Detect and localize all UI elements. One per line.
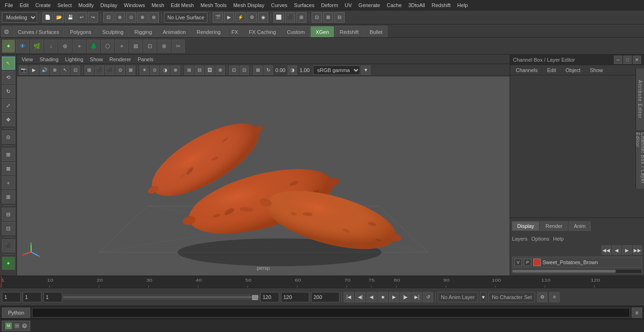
vp-select-btn[interactable]: ↖	[60, 65, 70, 75]
select-btn[interactable]: ⊡	[103, 12, 114, 23]
tab-curves-surfaces[interactable]: Curves / Surfaces	[13, 26, 64, 37]
panel-close-btn[interactable]: ✕	[633, 56, 641, 64]
vp-menu-renderer[interactable]: Renderer	[107, 56, 134, 63]
render-btn[interactable]: ▶	[224, 12, 234, 23]
live-surface-btn[interactable]: No Live Surface	[164, 12, 207, 23]
tab-object[interactable]: Object	[561, 66, 584, 74]
pb-goto-end-btn[interactable]: ▶|	[412, 292, 422, 302]
snap-grid-btn[interactable]: ⊞	[2, 148, 15, 161]
shelf-icon-xgen13[interactable]: ✂	[172, 40, 185, 53]
menu-uv[interactable]: UV	[342, 1, 355, 9]
xgen-guide-btn[interactable]: ✦	[2, 257, 15, 270]
vp-smooth-btn[interactable]: ⬛	[95, 65, 104, 75]
snap-btn1[interactable]: ⊕	[137, 12, 148, 23]
snap-curve-btn[interactable]: ⊠	[2, 162, 15, 175]
transform-tool-btn[interactable]: ✥	[2, 113, 15, 126]
pb-play-back-btn[interactable]: ◀	[366, 292, 377, 302]
task-window-maya[interactable]: M ─ ✕	[2, 321, 30, 331]
shelf-icon-xgen8[interactable]: ⬡	[101, 40, 114, 53]
vp-menu-show[interactable]: Show	[87, 56, 106, 63]
extra-btn1[interactable]: ⊡	[312, 12, 322, 23]
menu-windows[interactable]: Windows	[121, 1, 148, 9]
pb-goto-start-btn[interactable]: |◀	[344, 292, 354, 302]
layout-btn2[interactable]: ⬛	[285, 12, 295, 23]
layer-visibility-btn[interactable]: V	[514, 259, 522, 266]
range-slider-thumb[interactable]	[252, 295, 258, 300]
panel-max-btn[interactable]: □	[623, 56, 632, 64]
shelf-icon-xgen9[interactable]: ⌖	[115, 40, 128, 53]
layer-back-btn[interactable]: ◀	[612, 245, 621, 255]
select-tool-btn[interactable]: ↖	[2, 57, 15, 70]
shelf-icon-xgen5[interactable]: ⊕	[58, 40, 72, 53]
menu-mesh-display[interactable]: Mesh Display	[231, 1, 267, 9]
vp-cam-btn[interactable]: 📷	[19, 65, 28, 75]
menu-mesh-tools[interactable]: Mesh Tools	[198, 1, 229, 9]
vp-lighting1[interactable]: ☀	[140, 65, 149, 75]
layer-prev-btn[interactable]: ◀◀	[602, 245, 611, 255]
menu-3dtotoall[interactable]: 3DtoAll	[405, 1, 428, 9]
attribute-editor-tab[interactable]: Attribute Editor	[636, 69, 644, 130]
lasso-btn[interactable]: ⊗	[115, 12, 125, 23]
layer-fwd-btn[interactable]: ▶	[622, 245, 632, 255]
render-settings-btn[interactable]: 🎬	[213, 12, 223, 23]
menu-deform[interactable]: Deform	[318, 1, 341, 9]
shelf-icon-xgen10[interactable]: ⊠	[129, 40, 142, 53]
render-region-btn[interactable]: ⬛	[2, 239, 15, 252]
tab-sculpting[interactable]: Sculpting	[97, 26, 129, 37]
menu-cache[interactable]: Cache	[384, 1, 405, 9]
pb-step-back-btn[interactable]: ◀|	[355, 292, 365, 302]
tab-display[interactable]: Display	[512, 221, 539, 231]
help-menu[interactable]: Help	[553, 236, 564, 242]
pb-play-fwd-btn[interactable]: ▶	[389, 292, 399, 302]
char-set-extra-btn[interactable]: ≡	[549, 292, 560, 302]
tab-edit[interactable]: Edit	[543, 66, 560, 74]
menu-file[interactable]: File	[2, 1, 16, 9]
channel-box-tab[interactable]: Channel Box / Layer Editor	[636, 132, 644, 189]
pb-step-fwd-btn[interactable]: |▶	[400, 292, 411, 302]
vp-lighting2[interactable]: ⊙	[150, 65, 159, 75]
pb-loop-btn[interactable]: ↺	[423, 292, 433, 302]
vp-xray-btn[interactable]: ⊙	[116, 65, 125, 75]
tab-render[interactable]: Render	[540, 221, 568, 231]
command-line[interactable]	[32, 308, 630, 317]
viewport[interactable]: x y z persp	[17, 76, 510, 275]
menu-edit[interactable]: Edit	[17, 1, 32, 9]
modeling-dropdown[interactable]: Modeling	[2, 12, 37, 23]
tab-channels[interactable]: Channels	[512, 66, 541, 74]
history-btn[interactable]: ⊟	[2, 208, 15, 221]
anim-layer-arrow[interactable]: ▼	[480, 292, 487, 302]
vp-menu-panels[interactable]: Panels	[135, 56, 157, 63]
menu-generate[interactable]: Generate	[355, 1, 383, 9]
vp-playback-btn[interactable]: ▶	[29, 65, 39, 75]
rs-btn[interactable]: ⚙	[247, 12, 257, 23]
menu-curves[interactable]: Curves	[268, 1, 290, 9]
gamma-dropdown[interactable]: sRGB gamma	[313, 65, 360, 75]
tab-rendering[interactable]: Rendering	[191, 26, 226, 37]
task-win-close-btn[interactable]: ✕	[22, 324, 27, 328]
vp-image-plane-btn[interactable]: 🖼	[205, 65, 215, 75]
ipr-btn[interactable]: ⚡	[235, 12, 246, 23]
vp-hud-btn[interactable]: ⊟	[195, 65, 204, 75]
menu-modify[interactable]: Modify	[75, 1, 96, 9]
playback-end-input[interactable]	[281, 292, 309, 302]
soft-select-btn[interactable]: ⊙	[2, 130, 15, 144]
layers-menu[interactable]: Layers	[512, 236, 528, 242]
extra-btn2[interactable]: ⊠	[323, 12, 333, 23]
vp-rot-x-btn[interactable]: ◑	[288, 65, 297, 75]
vp-isolate-btn[interactable]: ⊠	[253, 65, 263, 75]
vp-audio-btn[interactable]: 🔊	[40, 65, 49, 75]
range-start-input[interactable]	[43, 292, 62, 302]
range-end-input[interactable]	[260, 292, 279, 302]
vp-manip-btn[interactable]: ⊕	[215, 65, 225, 75]
snap-btn2[interactable]: ⊛	[149, 12, 159, 23]
pb-stop-btn[interactable]: ■	[378, 292, 388, 302]
timeline-ruler[interactable]: 1 10 20 30 40 50 60 70 75	[0, 276, 644, 288]
layout-btn3[interactable]: ⊞	[296, 12, 306, 23]
menu-create[interactable]: Create	[33, 1, 54, 9]
menu-select[interactable]: Select	[55, 1, 75, 9]
redo-btn[interactable]: ↪	[88, 12, 98, 23]
tab-fx[interactable]: FX	[226, 26, 243, 37]
display-settings-btn[interactable]: ◉	[258, 12, 268, 23]
shelf-icon-xgen4[interactable]: ↓	[44, 40, 58, 53]
snap-view-btn[interactable]: ⊞	[2, 190, 15, 203]
